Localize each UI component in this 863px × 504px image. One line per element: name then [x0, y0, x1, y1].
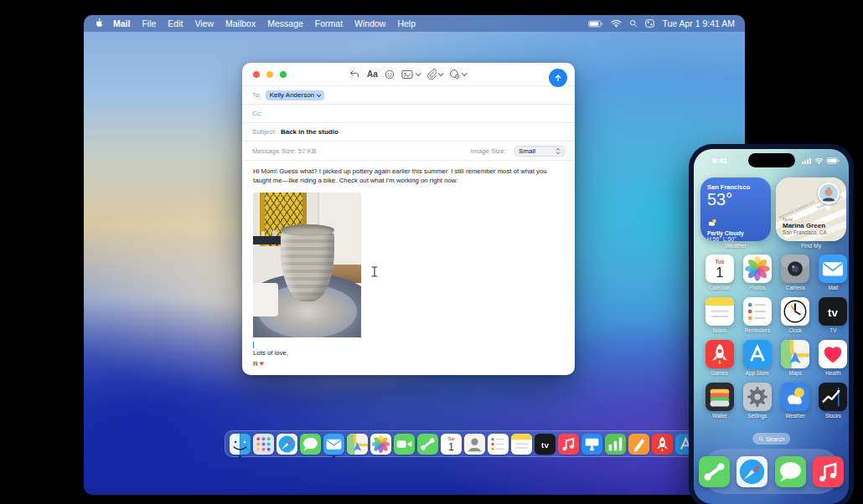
menu-file[interactable]: File — [142, 18, 156, 28]
svg-text:1: 1 — [448, 440, 454, 452]
weather-high-low: H:56° L:50° — [707, 236, 764, 241]
apple-menu-icon[interactable] — [94, 18, 103, 30]
weather-temp: 53° — [707, 191, 764, 208]
iphone-app-maps[interactable]: Maps — [777, 340, 814, 376]
recipient-token[interactable]: Kelly Anderson — [266, 90, 324, 100]
iphone-app-mail[interactable]: Mail — [814, 255, 849, 291]
photo-browser-icon[interactable] — [401, 69, 420, 80]
iphone-app-games[interactable]: Games — [700, 340, 738, 376]
pottery-photo-attachment[interactable] — [253, 193, 361, 337]
dock-reminders-icon[interactable] — [488, 434, 509, 455]
insert-menu-icon[interactable] — [449, 69, 466, 80]
dock-music-icon[interactable] — [558, 434, 579, 455]
battery-icon[interactable] — [588, 20, 603, 28]
iphone-app-photos[interactable]: Photos — [738, 255, 776, 291]
menu-bar: MailFileEditViewMailboxMessageFormatWind… — [84, 15, 745, 32]
app-label: Maps — [788, 370, 801, 376]
wifi-icon[interactable] — [611, 19, 622, 28]
attachment-icon[interactable] — [426, 69, 442, 80]
iphone-app-calendar[interactable]: Tue1Calendar — [700, 255, 738, 291]
heart-glyph: ♥ — [260, 359, 264, 368]
wifi-icon — [814, 157, 824, 164]
iphone-dock-music-icon[interactable] — [813, 456, 844, 487]
iphone-app-weatherapp[interactable]: Weather — [777, 383, 814, 419]
menu-help[interactable]: Help — [397, 18, 416, 28]
emoji-icon[interactable] — [385, 69, 395, 80]
weather-widget[interactable]: San Francisco 53° Partly Cloudy H:56° L:… — [700, 177, 771, 241]
spotlight-search-pill[interactable]: Search — [752, 433, 791, 445]
dock-calendar-icon[interactable]: Tue1 — [441, 434, 462, 455]
close-window-button[interactable] — [253, 71, 260, 78]
dock-notes-icon[interactable] — [511, 434, 532, 455]
dock-maps-icon[interactable] — [347, 434, 368, 455]
chevron-down-icon — [415, 70, 421, 76]
app-label: Settings — [747, 413, 767, 419]
findmy-widget[interactable]: MARINA GREEN DR MARINA BLVD Now Marina G… — [776, 177, 846, 241]
window-titlebar[interactable]: Aa — [242, 63, 575, 85]
subject-field[interactable]: Subject: Back in the studio — [242, 122, 575, 141]
iphone-app-camera[interactable]: Camera — [777, 255, 814, 291]
iphone-app-reminders[interactable]: Reminders — [738, 297, 776, 333]
cc-field[interactable]: Cc: — [242, 104, 575, 122]
iphone-app-notes[interactable]: Notes — [700, 297, 738, 333]
menu-view[interactable]: View — [194, 18, 214, 28]
iphone-app-settings[interactable]: Settings — [738, 383, 776, 419]
message-body[interactable]: Hi Mom! Guess what? I picked up pottery … — [242, 160, 575, 368]
app-label: Weather — [785, 413, 805, 419]
screenshot-stage: MailFileEditViewMailboxMessageFormatWind… — [0, 0, 863, 504]
iphone-app-wallet[interactable]: Wallet — [700, 383, 738, 419]
recipient-name: Kelly Anderson — [270, 91, 314, 99]
dock-finder-icon[interactable] — [230, 434, 251, 455]
format-text-icon[interactable]: Aa — [367, 69, 378, 79]
control-center-icon[interactable] — [645, 19, 654, 28]
findmy-location: San Francisco, CA — [783, 229, 827, 235]
menu-status-area: Tue Apr 1 9:41 AM — [588, 18, 735, 28]
dock-mail-icon[interactable] — [323, 434, 344, 455]
to-field[interactable]: To: Kelly Anderson — [242, 85, 575, 104]
dock-keynote-icon[interactable] — [581, 434, 602, 455]
undo-icon[interactable] — [349, 69, 360, 79]
iphone-dock-safari-icon[interactable] — [736, 456, 767, 487]
weatherapp-app-icon — [781, 383, 809, 411]
menu-mail[interactable]: Mail — [113, 18, 130, 28]
iphone-dock-phone-icon[interactable] — [699, 456, 730, 487]
iphone-app-appstore[interactable]: App Store — [738, 340, 776, 376]
iphone-dock — [701, 449, 841, 494]
menu-clock[interactable]: Tue Apr 1 9:41 AM — [662, 18, 735, 28]
menu-message[interactable]: Message — [267, 18, 303, 28]
dock-messages-icon[interactable] — [300, 434, 321, 455]
dock-phone-icon[interactable] — [417, 434, 438, 455]
menu-format[interactable]: Format — [315, 18, 343, 28]
minimize-window-button[interactable] — [266, 71, 273, 78]
dock-contacts-icon[interactable] — [464, 434, 485, 455]
dock-games-icon[interactable] — [652, 434, 673, 455]
dock-photos-icon[interactable] — [370, 434, 391, 455]
text-cursor — [253, 342, 254, 348]
iphone-app-clock[interactable]: Clock — [777, 297, 814, 333]
signature-line: R ♥ — [253, 359, 564, 369]
app-label: Games — [711, 370, 727, 376]
menu-window[interactable]: Window — [354, 18, 385, 28]
dock: Tue1tv — [225, 430, 745, 457]
zoom-window-button[interactable] — [280, 71, 287, 78]
image-size-select[interactable]: Small — [514, 146, 565, 157]
dock-pages-icon[interactable] — [628, 434, 649, 455]
dock-numbers-icon[interactable] — [605, 434, 626, 455]
search-icon[interactable] — [629, 19, 638, 28]
menu-mailbox[interactable]: Mailbox — [225, 18, 256, 28]
dock-launchpad-icon[interactable] — [253, 434, 274, 455]
iphone-app-health[interactable]: Health — [814, 340, 849, 376]
photos-app-icon — [743, 255, 772, 283]
widgets-row: San Francisco 53° Partly Cloudy H:56° L:… — [700, 177, 846, 241]
dynamic-island — [748, 153, 795, 167]
wallet-app-icon — [705, 383, 734, 411]
signature-initial: R — [253, 360, 258, 368]
iphone-dock-messages-icon[interactable] — [775, 456, 806, 487]
dock-facetime-icon[interactable] — [394, 434, 415, 455]
menu-edit[interactable]: Edit — [168, 18, 183, 28]
send-button[interactable] — [549, 69, 567, 87]
iphone-app-tv[interactable]: tvTV — [814, 297, 849, 333]
dock-safari-icon[interactable] — [276, 434, 297, 455]
dock-tv-icon[interactable]: tv — [535, 434, 556, 455]
iphone-app-stocks[interactable]: Stocks — [814, 383, 849, 419]
